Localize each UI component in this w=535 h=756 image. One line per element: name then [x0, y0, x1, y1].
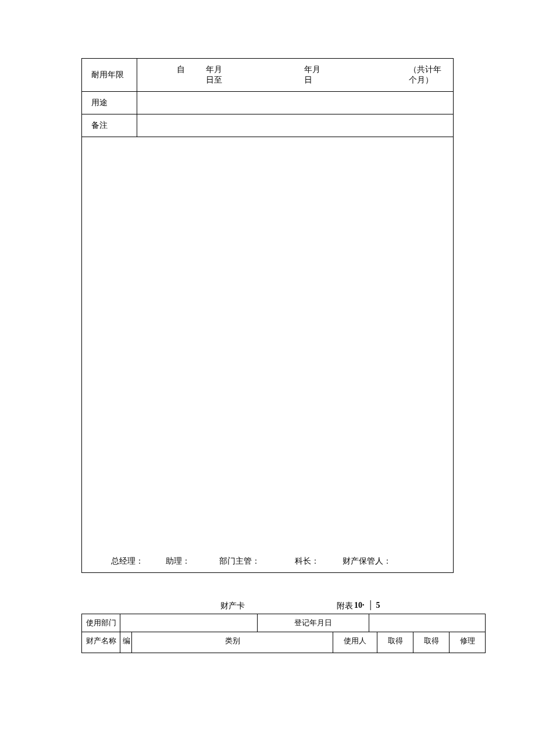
register-date-label: 登记年月日: [258, 614, 369, 632]
usage-label: 用途: [82, 92, 137, 114]
number-label: 编: [120, 632, 132, 653]
property-name-label: 财产名称: [82, 632, 120, 653]
register-date-value: [369, 614, 486, 632]
durable-years-value: 自 年月日至 年月日 （共计年个月）: [137, 59, 454, 92]
remark-value: [137, 114, 454, 137]
durable-years-label: 耐用年限: [82, 59, 137, 92]
table-row: 耐用年限 自 年月日至 年月日 （共计年个月）: [82, 59, 454, 92]
ym-to-label: 年月日至: [206, 65, 229, 85]
assistant-label: 助理：: [166, 556, 190, 567]
user-label: 使用人: [333, 632, 377, 653]
attach-label: 附表: [337, 601, 353, 611]
signature-area: 总经理： 助理： 部门主管： 科长： 财产保管人：: [81, 137, 454, 573]
total-label: （共计年个月）: [409, 65, 449, 85]
dept-head-label: 部门主管：: [219, 556, 260, 567]
use-dept-value: [120, 614, 258, 632]
custodian-label: 财产保管人：: [343, 556, 391, 567]
signature-line: 总经理： 助理： 部门主管： 科长： 财产保管人：: [82, 556, 453, 567]
document-page: 耐用年限 自 年月日至 年月日 （共计年个月） 用途 备注 总经理： 助理： 部…: [0, 0, 535, 688]
use-dept-label: 使用部门: [82, 614, 120, 632]
duration-text: 自 年月日至 年月日 （共计年个月）: [143, 65, 448, 85]
obtain2-label: 取得: [413, 632, 450, 653]
table-row: 用途: [82, 92, 454, 114]
card-header: 财产卡 附表 10· │ 5: [81, 601, 454, 614]
category-label: 类别: [132, 632, 333, 653]
table-row: 财产名称 编 类别 使用人 取得 取得 修理: [82, 632, 486, 653]
from-label: 自: [177, 65, 185, 85]
ym-label: 年月日: [304, 65, 321, 85]
manager-label: 总经理：: [111, 556, 144, 567]
obtain1-label: 取得: [377, 632, 413, 653]
table-row: 备注: [82, 114, 454, 137]
pipe-separator: │: [368, 601, 374, 611]
table-row: 使用部门 登记年月日: [82, 614, 486, 632]
attach-num: 10·: [354, 601, 365, 611]
card-title: 财产卡: [220, 601, 245, 611]
remark-label: 备注: [82, 114, 137, 137]
top-info-table: 耐用年限 自 年月日至 年月日 （共计年个月） 用途 备注: [81, 58, 454, 137]
property-card-table: 使用部门 登记年月日 财产名称 编 类别 使用人 取得 取得 修理: [81, 614, 486, 653]
section-chief-label: 科长：: [295, 556, 319, 567]
usage-value: [137, 92, 454, 114]
repair-label: 修理: [450, 632, 486, 653]
attach5: 5: [376, 601, 380, 611]
